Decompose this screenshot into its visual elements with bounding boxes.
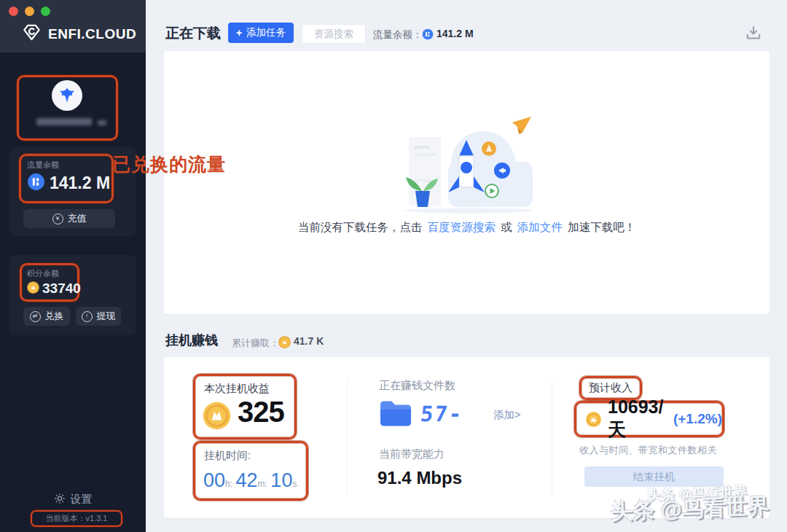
recharge-button[interactable]: ¥ 充值 bbox=[23, 209, 115, 228]
traffic-coin-icon bbox=[27, 173, 45, 194]
main-area: 正在下载 + 添加任务 资源搜索 流量余额： 141.2 M bbox=[146, 0, 787, 532]
traffic-balance-annotation-box: 流量余额 141.2 M bbox=[19, 154, 114, 203]
idle-earning-section-title: 挂机赚钱 bbox=[165, 332, 218, 349]
version-label: 当前版本：v1.3.1 bbox=[46, 513, 108, 524]
page-title: 正在下载 bbox=[165, 24, 221, 43]
yuan-icon: ¥ bbox=[52, 214, 63, 224]
earning-files-count: 57- bbox=[419, 402, 464, 426]
time-hours: 00 bbox=[203, 469, 225, 491]
traffic-balance-label: 流量余额 bbox=[27, 160, 59, 171]
withdraw-button[interactable]: ↑ 提现 bbox=[76, 307, 121, 326]
divider-2 bbox=[552, 379, 552, 496]
avatar[interactable] bbox=[52, 80, 82, 111]
downloads-empty-panel: 当前没有下载任务，点击 百度资源搜索 或 添加文件 加速下载吧！ bbox=[164, 51, 770, 314]
username-blurred bbox=[36, 118, 92, 125]
resource-search-label: 资源搜索 bbox=[314, 28, 353, 41]
session-earnings-annotation-box: 本次挂机收益 325 bbox=[193, 374, 297, 439]
enfi-diamond-icon bbox=[22, 23, 42, 45]
empty-text-middle: 或 bbox=[501, 221, 512, 233]
session-earnings-value: 325 bbox=[238, 396, 284, 429]
forecast-delta: (+1.2%) bbox=[673, 411, 722, 427]
points-coin-icon bbox=[27, 281, 39, 297]
withdraw-button-label: 提现 bbox=[97, 310, 116, 323]
add-task-label: 添加任务 bbox=[246, 26, 286, 39]
watermark: 头条 @鸟看世界 bbox=[610, 491, 770, 527]
username-blurred-tail bbox=[98, 120, 106, 125]
close-window-button[interactable] bbox=[9, 7, 18, 16]
forecast-label: 预计收入 bbox=[589, 381, 633, 395]
stop-idle-label: 结束挂机 bbox=[633, 470, 676, 484]
empty-state-illustration bbox=[396, 114, 538, 217]
withdraw-icon: ↑ bbox=[82, 311, 93, 322]
minimize-window-button[interactable] bbox=[25, 7, 34, 16]
version-annotation-box: 当前版本：v1.3.1 bbox=[31, 510, 122, 527]
app-name: ENFI.CLOUD bbox=[48, 26, 136, 42]
total-earned-label: 累计赚取： bbox=[232, 337, 279, 350]
avatar-annotation-box bbox=[17, 75, 118, 141]
session-time-value: 00h: 42m: 10s bbox=[203, 469, 297, 492]
enfi-cloud-window: ENFI.CLOUD 流量余额 bbox=[0, 0, 787, 532]
points-balance-label: 积分余额 bbox=[27, 268, 59, 279]
session-coin-icon bbox=[202, 401, 232, 434]
empty-text-suffix: 加速下载吧！ bbox=[568, 221, 635, 233]
resource-search-button[interactable]: 资源搜索 bbox=[302, 24, 366, 44]
titlebar: ENFI.CLOUD bbox=[0, 0, 146, 52]
settings-button[interactable]: 设置 bbox=[0, 493, 146, 506]
time-minutes: 42 bbox=[236, 469, 258, 491]
traffic-balance-value: 141.2 M bbox=[50, 173, 110, 193]
session-earnings-label: 本次挂机收益 bbox=[204, 382, 270, 396]
exchange-button-label: 兑换 bbox=[45, 310, 64, 323]
forecast-value-annotation-box: 10693/天 (+1.2%) bbox=[574, 401, 724, 437]
header-traffic-label: 流量余额： bbox=[373, 28, 423, 42]
baidu-resource-search-link[interactable]: 百度资源搜索 bbox=[428, 221, 496, 233]
earning-files-label: 正在赚钱文件数 bbox=[379, 379, 455, 393]
forecast-note: 收入与时间、带宽和文件数相关 bbox=[579, 444, 717, 457]
total-earned-coin-icon bbox=[278, 336, 291, 351]
exchange-icon: ⇄ bbox=[30, 311, 41, 322]
empty-text-prefix: 当前没有下载任务，点击 bbox=[298, 221, 423, 233]
header-traffic-value: 141.2 M bbox=[436, 28, 474, 39]
bandwidth-value: 91.4 Mbps bbox=[377, 468, 462, 488]
forecast-value: 10693/天 bbox=[608, 396, 667, 442]
add-task-button[interactable]: + 添加任务 bbox=[228, 23, 294, 43]
settings-label: 设置 bbox=[71, 493, 93, 506]
bird-logo-icon bbox=[56, 85, 78, 106]
app-logo: ENFI.CLOUD bbox=[22, 23, 136, 45]
zoom-window-button[interactable] bbox=[41, 7, 50, 16]
exchange-button[interactable]: ⇄ 兑换 bbox=[23, 307, 70, 326]
plus-icon: + bbox=[236, 28, 242, 38]
time-minutes-unit: m: bbox=[258, 479, 267, 489]
sidebar: ENFI.CLOUD 流量余额 bbox=[0, 0, 146, 532]
time-hours-unit: h: bbox=[225, 479, 232, 489]
divider-1 bbox=[347, 379, 348, 496]
points-balance-value: 33740 bbox=[42, 281, 81, 297]
add-files-link[interactable]: 添加> bbox=[493, 408, 520, 422]
empty-state-text: 当前没有下载任务，点击 百度资源搜索 或 添加文件 加速下载吧！ bbox=[164, 220, 770, 235]
forecast-coin-icon bbox=[585, 411, 602, 428]
recharge-button-label: 充值 bbox=[68, 212, 87, 225]
time-seconds: 10 bbox=[270, 469, 292, 491]
total-earned-value: 41.7 K bbox=[294, 335, 324, 347]
session-time-label: 挂机时间: bbox=[204, 449, 251, 463]
folder-icon bbox=[379, 401, 412, 429]
time-seconds-unit: s bbox=[292, 479, 297, 489]
points-balance-annotation-box: 积分余额 33740 bbox=[20, 263, 79, 302]
session-time-annotation-box: 挂机时间: 00h: 42m: 10s bbox=[193, 441, 308, 501]
bandwidth-label: 当前带宽能力 bbox=[379, 447, 445, 461]
header-traffic-coin-icon bbox=[422, 28, 434, 43]
add-file-link[interactable]: 添加文件 bbox=[517, 221, 563, 233]
annotation-traffic-note: 已兑换的流量 bbox=[112, 152, 226, 176]
download-icon[interactable] bbox=[743, 23, 764, 47]
gear-icon bbox=[54, 493, 66, 506]
